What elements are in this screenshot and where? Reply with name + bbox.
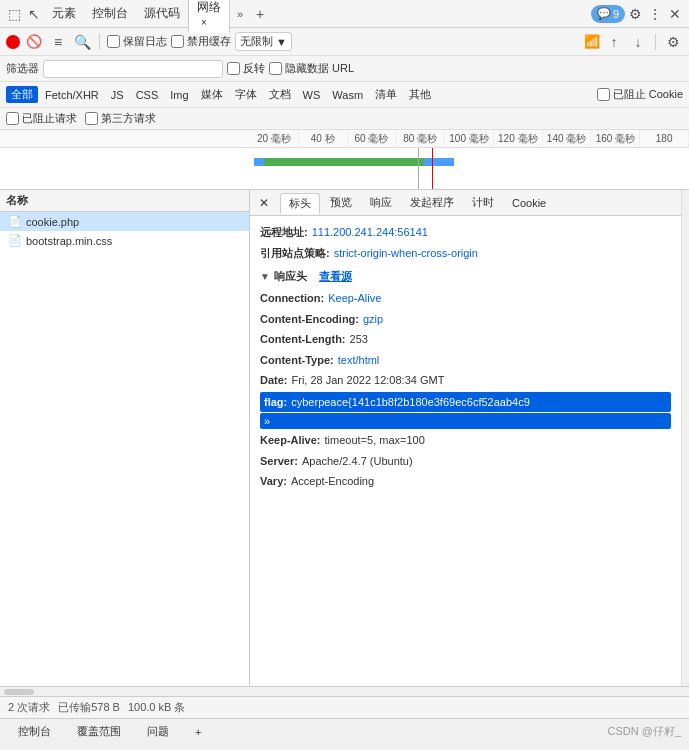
tab-bar: ⬚ ↖ 元素 控制台 源代码 网络 × » + 💬 9 ⚙ ⋮ ✕ <box>0 0 689 28</box>
type-img[interactable]: Img <box>165 88 193 102</box>
status-transferred: 已传输578 B <box>58 700 120 715</box>
wifi-icon: 📶 <box>584 34 600 49</box>
upload-icon[interactable]: ↑ <box>604 32 624 52</box>
field-remote-address: 远程地址: 111.200.241.244:56141 <box>260 222 671 243</box>
blocked-cookie-label[interactable]: 已阻止 Cookie <box>597 87 683 102</box>
record-button[interactable] <box>6 35 20 49</box>
timeline-marker-blue <box>418 148 419 190</box>
tab-console[interactable]: 控制台 <box>84 3 136 24</box>
invert-label[interactable]: 反转 <box>227 61 265 76</box>
tl-20: 20 毫秒 <box>250 130 299 147</box>
devtools-settings-icon[interactable]: ⚙ <box>625 4 645 24</box>
bottom-tab-console[interactable]: 控制台 <box>8 722 61 741</box>
hide-data-url-checkbox[interactable] <box>269 62 282 75</box>
blocked-cookie-checkbox[interactable] <box>597 88 610 101</box>
response-headers-label: 响应头 <box>274 269 307 284</box>
field-flag[interactable]: flag: cyberpeace{141c1b8f2b180e3f69ec6cf… <box>260 392 671 413</box>
type-filter-row: 全部 Fetch/XHR JS CSS Img 媒体 字体 文档 WS Wasm… <box>0 82 689 108</box>
blocked-requests-label[interactable]: 已阻止请求 <box>6 111 77 126</box>
type-all[interactable]: 全部 <box>6 86 38 103</box>
add-tab-icon[interactable]: + <box>250 4 270 24</box>
field-connection: Connection: Keep-Alive <box>260 288 671 309</box>
hide-data-url-label[interactable]: 隐藏数据 URL <box>269 61 354 76</box>
h-tab-preview[interactable]: 预览 <box>322 193 360 212</box>
field-content-encoding: Content-Encoding: gzip <box>260 309 671 330</box>
type-css[interactable]: CSS <box>131 88 164 102</box>
right-scrollbar[interactable] <box>681 190 689 686</box>
bar-green <box>264 158 424 166</box>
badge-messages[interactable]: 💬 9 <box>591 5 625 23</box>
h-scrollbar-thumb[interactable] <box>4 689 34 695</box>
network-toolbar: 🚫 ≡ 🔍 保留日志 禁用缓存 无限制 ▼ 📶 ↑ ↓ ⚙ <box>0 28 689 56</box>
file-item-bootstrap[interactable]: 📄 bootstrap.min.css <box>0 231 249 250</box>
invert-checkbox[interactable] <box>227 62 240 75</box>
close-devtools-icon[interactable]: ✕ <box>665 4 685 24</box>
field-server: Server: Apache/2.4.7 (Ubuntu) <box>260 451 671 472</box>
tab-network-close[interactable]: × <box>197 16 211 30</box>
third-party-label[interactable]: 第三方请求 <box>85 111 156 126</box>
type-manifest[interactable]: 清单 <box>370 86 402 103</box>
status-requests: 2 次请求 <box>8 700 50 715</box>
clear-button[interactable]: 🚫 <box>24 32 44 52</box>
main-content: 名称 📄 cookie.php 📄 bootstrap.min.css ✕ 标头… <box>0 190 689 686</box>
network-settings-icon[interactable]: ⚙ <box>663 32 683 52</box>
timeline-marker-red <box>432 148 433 190</box>
bottom-tab-issues[interactable]: 问题 <box>137 722 179 741</box>
blocked-requests-checkbox[interactable] <box>6 112 19 125</box>
timeline-header: 20 毫秒 40 秒 60 毫秒 80 毫秒 100 毫秒 120 毫秒 140… <box>0 130 689 148</box>
preserve-log-label[interactable]: 保留日志 <box>107 34 167 49</box>
tl-40: 40 秒 <box>299 130 348 147</box>
field-flag-continuation: » <box>260 413 671 429</box>
third-party-checkbox[interactable] <box>85 112 98 125</box>
field-keep-alive: Keep-Alive: timeout=5, max=100 <box>260 430 671 451</box>
h-tab-initiator[interactable]: 发起程序 <box>402 193 462 212</box>
bottom-tab-coverage[interactable]: 覆盖范围 <box>67 722 131 741</box>
headers-content: 远程地址: 111.200.241.244:56141 引用站点策略: stri… <box>250 216 681 498</box>
disable-cache-checkbox[interactable] <box>171 35 184 48</box>
add-panel-button[interactable]: + <box>185 724 211 740</box>
type-media[interactable]: 媒体 <box>196 86 228 103</box>
field-date: Date: Fri, 28 Jan 2022 12:08:34 GMT <box>260 370 671 391</box>
field-vary: Vary: Accept-Encoding <box>260 471 671 492</box>
filter-input[interactable] <box>43 60 223 78</box>
customize-icon[interactable]: ⋮ <box>645 4 665 24</box>
throttle-dropdown-icon: ▼ <box>276 36 287 48</box>
tl-60: 60 毫秒 <box>348 130 397 147</box>
type-js[interactable]: JS <box>106 88 129 102</box>
extra-filter-row: 已阻止请求 第三方请求 <box>0 108 689 130</box>
type-other[interactable]: 其他 <box>404 86 436 103</box>
file-list-header: 名称 <box>0 190 249 212</box>
bottom-toolbar: 控制台 覆盖范围 问题 + CSDN @仔籽_ <box>0 718 689 744</box>
h-tab-response[interactable]: 响应 <box>362 193 400 212</box>
triangle-icon: ▼ <box>260 271 270 282</box>
panel-close-button[interactable]: ✕ <box>254 193 274 213</box>
type-doc[interactable]: 文档 <box>264 86 296 103</box>
h-tab-cookie[interactable]: Cookie <box>504 195 554 211</box>
headers-tabs: ✕ 标头 预览 响应 发起程序 计时 Cookie <box>250 190 681 216</box>
tab-sources[interactable]: 源代码 <box>136 3 188 24</box>
tab-network[interactable]: 网络 × <box>188 0 230 33</box>
status-bar: 2 次请求 已传输578 B 100.0 kB 条 <box>0 696 689 718</box>
screenshot-icon[interactable]: ⬚ <box>4 4 24 24</box>
search-button[interactable]: 🔍 <box>72 32 92 52</box>
tl-100: 100 毫秒 <box>445 130 494 147</box>
type-font[interactable]: 字体 <box>230 86 262 103</box>
h-scrollbar[interactable] <box>0 686 689 696</box>
h-tab-headers[interactable]: 标头 <box>280 193 320 214</box>
inspect-icon[interactable]: ↖ <box>24 4 44 24</box>
view-source-link[interactable]: 查看源 <box>319 269 352 284</box>
preserve-log-checkbox[interactable] <box>107 35 120 48</box>
type-fetch-xhr[interactable]: Fetch/XHR <box>40 88 104 102</box>
tab-elements[interactable]: 元素 <box>44 3 84 24</box>
type-ws[interactable]: WS <box>298 88 326 102</box>
type-wasm[interactable]: Wasm <box>327 88 368 102</box>
download-icon[interactable]: ↓ <box>628 32 648 52</box>
h-tab-timing[interactable]: 计时 <box>464 193 502 212</box>
filter-toggle[interactable]: ≡ <box>48 32 68 52</box>
file-item-cookie[interactable]: 📄 cookie.php <box>0 212 249 231</box>
disable-cache-label[interactable]: 禁用缓存 <box>171 34 231 49</box>
response-headers-title[interactable]: ▼ 响应头 查看源 <box>260 269 671 284</box>
throttle-selector[interactable]: 无限制 ▼ <box>235 32 292 51</box>
tl-80: 80 毫秒 <box>396 130 445 147</box>
more-tabs-icon[interactable]: » <box>230 4 250 24</box>
